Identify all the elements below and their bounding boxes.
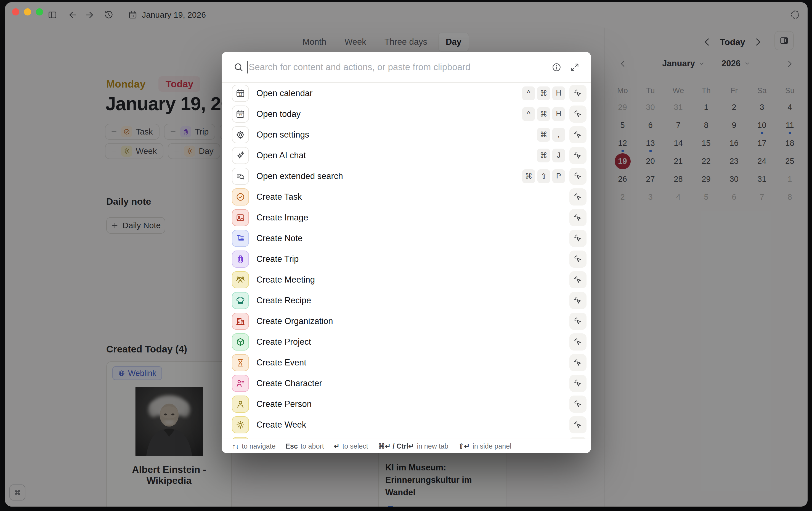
- palette-item-label: Create Project: [256, 337, 565, 347]
- footer-hint: Escto abort: [285, 442, 324, 450]
- hint-keys: ⇧↵: [458, 442, 470, 450]
- run-action-button[interactable]: [570, 147, 586, 164]
- palette-item-label: Open calendar: [256, 88, 522, 98]
- zoom-window-button[interactable]: [36, 8, 43, 16]
- keycap: H: [552, 107, 565, 121]
- footer-hint: ⌘↵ / Ctrl↵in new tab: [378, 442, 448, 450]
- run-action-button[interactable]: [570, 416, 586, 433]
- run-action-button[interactable]: [570, 375, 586, 392]
- run-action-button[interactable]: [570, 209, 586, 226]
- palette-item-label: Open today: [256, 109, 522, 119]
- keycap: ,: [552, 128, 565, 142]
- palette-item-label: Create Recipe: [256, 296, 565, 305]
- keycap: ^: [522, 107, 535, 121]
- search-doc-icon: [232, 168, 249, 185]
- palette-item[interactable]: Create Note: [222, 228, 591, 249]
- palette-item[interactable]: Create Person: [222, 394, 591, 414]
- palette-item-label: Open AI chat: [256, 151, 537, 160]
- keycap: ⌘: [537, 86, 550, 100]
- note-text-icon: [232, 230, 249, 247]
- palette-item-label: Create Image: [256, 213, 565, 223]
- close-window-button[interactable]: [12, 8, 19, 16]
- gear-icon: [232, 126, 249, 143]
- luggage-icon: [232, 250, 249, 268]
- run-action-button[interactable]: [570, 106, 586, 123]
- box-icon: [232, 333, 249, 351]
- text-cursor: [247, 61, 248, 74]
- palette-item[interactable]: Create Meeting: [222, 269, 591, 290]
- palette-item-partial[interactable]: [222, 435, 591, 439]
- keycap: H: [552, 86, 565, 100]
- app-window: 12 January 19, 2026 MonthWeekThree daysD…: [5, 2, 808, 507]
- calendar12-icon: 12: [232, 85, 249, 102]
- shortcut-keys: ^⌘H: [522, 107, 565, 121]
- shortcut-keys: ⌘,: [537, 128, 565, 142]
- run-action-button[interactable]: [570, 333, 586, 351]
- run-action-button[interactable]: [570, 230, 586, 247]
- keycap: ^: [522, 86, 535, 100]
- sparkles-icon: [232, 147, 249, 164]
- palette-item[interactable]: 12Open today^⌘H: [222, 104, 591, 124]
- palette-item[interactable]: Create Week: [222, 414, 591, 435]
- command-palette: 12Open calendar^⌘H12Open today^⌘HOpen se…: [222, 52, 591, 453]
- palette-item[interactable]: Create Recipe: [222, 290, 591, 311]
- keycap: ⇧: [538, 169, 550, 183]
- palette-item[interactable]: 12Open calendar^⌘H: [222, 83, 591, 104]
- run-action-button[interactable]: [570, 313, 586, 330]
- image-icon: [232, 209, 249, 226]
- people-icon: [232, 271, 249, 288]
- palette-item[interactable]: Open settings⌘,: [222, 124, 591, 145]
- palette-item[interactable]: Create Character: [222, 373, 591, 394]
- keycap: ⌘: [522, 169, 535, 183]
- footer-hint: ↵to select: [334, 442, 368, 450]
- palette-item-label: Create Task: [256, 192, 565, 202]
- window-controls: [12, 8, 43, 16]
- shortcut-keys: ^⌘H: [522, 86, 565, 100]
- palette-search-input[interactable]: [249, 52, 539, 82]
- palette-item[interactable]: Open AI chat⌘J: [222, 145, 591, 166]
- person-lines-icon: [232, 375, 249, 392]
- run-action-button[interactable]: [570, 85, 586, 102]
- hint-keys: ↑↓: [232, 442, 239, 450]
- palette-item[interactable]: Create Event: [222, 352, 591, 373]
- desktop: 12 January 19, 2026 MonthWeekThree daysD…: [0, 0, 812, 511]
- run-action-button[interactable]: [570, 396, 586, 413]
- expand-icon[interactable]: [570, 62, 580, 72]
- footer-hint: ↑↓to navigate: [232, 442, 276, 450]
- palette-item[interactable]: Create Organization: [222, 311, 591, 331]
- palette-item-label: Create Character: [256, 378, 565, 388]
- palette-item[interactable]: Open extended search⌘⇧P: [222, 166, 591, 186]
- palette-item-label: Create Event: [256, 358, 565, 368]
- keycap: J: [552, 149, 565, 162]
- palette-item-label: Open extended search: [256, 171, 522, 181]
- search-icon: [233, 62, 244, 72]
- palette-item[interactable]: Create Task: [222, 186, 591, 207]
- sun-icon: [232, 416, 249, 433]
- hint-keys: Esc: [285, 442, 297, 450]
- keycap: ⌘: [537, 128, 550, 142]
- palette-item[interactable]: Create Image: [222, 207, 591, 228]
- run-action-button[interactable]: [570, 292, 586, 309]
- run-action-button[interactable]: [570, 271, 586, 288]
- hint-text: in side panel: [472, 442, 511, 450]
- run-action-button[interactable]: [570, 188, 586, 206]
- palette-item-label: Create Week: [256, 420, 565, 430]
- calendar12-icon: 12: [232, 106, 249, 123]
- run-action-button[interactable]: [570, 126, 586, 143]
- hint-keys: ↵: [334, 442, 340, 450]
- hourglass-icon: [232, 354, 249, 371]
- info-icon[interactable]: [551, 62, 562, 72]
- palette-item[interactable]: Create Trip: [222, 249, 591, 269]
- palette-item[interactable]: Create Project: [222, 331, 591, 352]
- svg-text:12: 12: [239, 113, 242, 117]
- palette-item-label: Create Organization: [256, 316, 565, 326]
- run-action-button[interactable]: [570, 250, 586, 268]
- keycap: P: [552, 169, 565, 183]
- keycap: ⌘: [537, 107, 550, 121]
- run-action-button[interactable]: [570, 168, 586, 185]
- minimize-window-button[interactable]: [24, 8, 31, 16]
- palette-search-row: [222, 52, 591, 83]
- run-action-button[interactable]: [570, 354, 586, 371]
- palette-item-label: Create Meeting: [256, 275, 565, 285]
- hint-keys: ⌘↵ / Ctrl↵: [378, 442, 414, 450]
